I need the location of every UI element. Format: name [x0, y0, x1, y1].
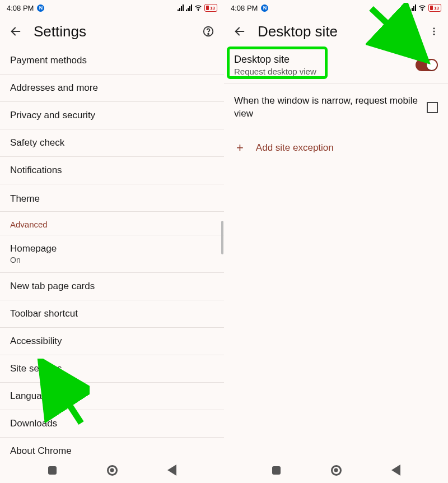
- row-privacy-security[interactable]: Privacy and security: [0, 102, 224, 129]
- android-nav-bar: [0, 457, 224, 483]
- battery-icon: 13: [204, 4, 217, 12]
- narrow-window-label: When the window is narrow, request mobil…: [234, 95, 427, 120]
- header: Desktop site: [224, 16, 448, 47]
- header: Settings: [0, 16, 224, 47]
- row-downloads[interactable]: Downloads: [0, 410, 224, 438]
- more-icon[interactable]: [429, 25, 439, 38]
- back-icon[interactable]: [9, 25, 22, 38]
- row-theme[interactable]: Theme: [0, 184, 224, 212]
- svg-line-7: [413, 33, 415, 35]
- svg-point-8: [433, 27, 435, 29]
- status-time: 4:08 PM: [231, 4, 258, 12]
- row-narrow-window[interactable]: When the window is narrow, request mobil…: [224, 83, 448, 132]
- row-site-settings[interactable]: Site settings: [0, 355, 224, 383]
- notification-badge-icon: N: [261, 4, 268, 12]
- row-desktop-site[interactable]: Desktop site Request desktop view: [224, 47, 448, 83]
- home-button[interactable]: [329, 463, 343, 477]
- add-exception-label: Add site exception: [256, 142, 334, 154]
- svg-point-9: [433, 31, 435, 32]
- recents-button[interactable]: [45, 463, 60, 477]
- narrow-window-checkbox[interactable]: [427, 102, 438, 113]
- settings-list[interactable]: Payment methods Addresses and more Priva…: [0, 47, 224, 457]
- status-bar: 4:08 PM N 13: [0, 0, 224, 16]
- row-payment-methods[interactable]: Payment methods: [0, 47, 224, 75]
- row-homepage[interactable]: Homepage On: [0, 235, 224, 273]
- row-about-chrome[interactable]: About Chrome: [0, 438, 224, 457]
- recents-button[interactable]: [269, 463, 284, 477]
- home-button[interactable]: [105, 463, 119, 477]
- row-toolbar-shortcut[interactable]: Toolbar shortcut: [0, 300, 224, 328]
- scrollbar-thumb[interactable]: [221, 221, 223, 254]
- page-title: Settings: [34, 23, 190, 40]
- svg-point-4: [422, 10, 423, 11]
- wifi-icon: [194, 4, 202, 12]
- back-icon[interactable]: [233, 25, 246, 38]
- row-accessibility[interactable]: Accessibility: [0, 328, 224, 355]
- back-button[interactable]: [389, 463, 403, 477]
- plus-icon: +: [236, 142, 244, 154]
- row-notifications[interactable]: Notifications: [0, 157, 224, 184]
- signal-icon: [402, 4, 408, 11]
- svg-point-3: [208, 34, 209, 35]
- status-bar: 4:08 PM N 13: [224, 0, 448, 16]
- notification-badge-icon: N: [37, 4, 44, 12]
- desktop-site-screen: 4:08 PM N 13 Desktop site Desktop site R…: [224, 0, 448, 483]
- section-advanced: Advanced: [0, 212, 224, 235]
- page-title: Desktop site: [258, 23, 393, 40]
- battery-icon: 13: [428, 4, 441, 12]
- status-time: 4:08 PM: [7, 4, 34, 12]
- add-site-exception[interactable]: + Add site exception: [224, 132, 448, 164]
- help-icon[interactable]: [202, 25, 215, 38]
- desktop-site-toggle[interactable]: [416, 59, 438, 71]
- android-nav-bar: [224, 457, 448, 483]
- desktop-site-list: Desktop site Request desktop view When t…: [224, 47, 448, 457]
- back-button[interactable]: [165, 463, 179, 477]
- svg-point-0: [198, 10, 199, 11]
- row-new-tab-page-cards[interactable]: New tab page cards: [0, 273, 224, 300]
- row-safety-check[interactable]: Safety check: [0, 129, 224, 157]
- desktop-site-subtitle: Request desktop view: [234, 67, 416, 76]
- row-addresses[interactable]: Addresses and more: [0, 75, 224, 102]
- wifi-icon: [418, 4, 426, 12]
- svg-point-10: [433, 34, 435, 35]
- signal-icon: [186, 4, 192, 11]
- settings-screen: 4:08 PM N 13 Settings Payment methods Ad…: [0, 0, 224, 483]
- desktop-site-title: Desktop site: [234, 54, 416, 66]
- signal-icon: [178, 4, 184, 11]
- search-icon[interactable]: [404, 25, 418, 38]
- signal-icon: [410, 4, 416, 11]
- row-languages[interactable]: Languages: [0, 383, 224, 410]
